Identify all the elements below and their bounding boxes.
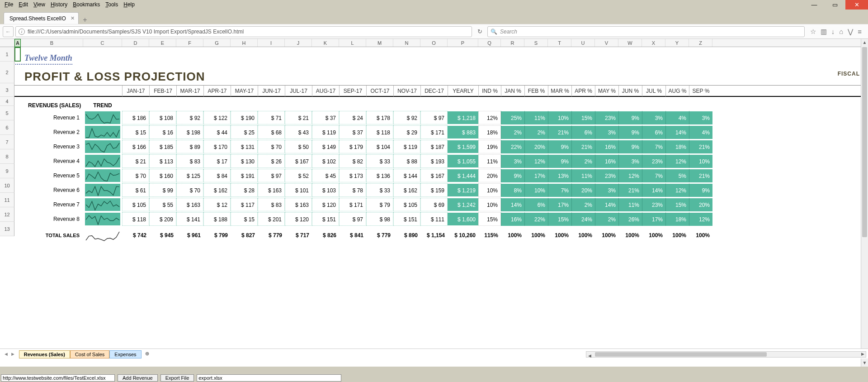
cell[interactable]: $ 97 bbox=[339, 212, 366, 226]
pct-cell[interactable]: 16% bbox=[595, 140, 618, 153]
row-header-7[interactable]: 7 bbox=[0, 135, 14, 149]
pct-cell[interactable]: 10% bbox=[524, 183, 548, 197]
pct-cell[interactable]: 12% bbox=[618, 169, 642, 182]
pct-cell[interactable]: 17% bbox=[524, 169, 548, 182]
menu-history[interactable]: History bbox=[48, 1, 70, 8]
cell[interactable]: $ 163 bbox=[258, 183, 285, 197]
pct-cell[interactable]: 9% bbox=[501, 169, 524, 182]
ind-cell[interactable]: 18% bbox=[478, 125, 501, 139]
pct-cell[interactable]: 3% bbox=[595, 125, 618, 139]
close-button[interactable]: ✕ bbox=[845, 0, 868, 10]
row-header-9[interactable]: 9 bbox=[0, 164, 14, 178]
cell[interactable]: $ 52 bbox=[285, 169, 312, 182]
pct-cell[interactable]: 12% bbox=[665, 154, 689, 168]
cell[interactable]: $ 144 bbox=[393, 169, 420, 182]
cell[interactable]: $ 193 bbox=[420, 154, 448, 168]
pct-cell[interactable]: 23% bbox=[642, 154, 665, 168]
cell[interactable]: $ 33 bbox=[366, 154, 393, 168]
pct-cell[interactable]: 20% bbox=[571, 183, 595, 197]
col-header-V[interactable]: V bbox=[595, 39, 618, 47]
cell[interactable]: $ 167 bbox=[420, 169, 448, 182]
pct-cell[interactable]: 11% bbox=[618, 198, 642, 211]
cell[interactable]: $ 103 bbox=[312, 183, 339, 197]
cell[interactable]: $ 97 bbox=[420, 111, 448, 124]
cell[interactable]: $ 15 bbox=[231, 212, 258, 226]
cell[interactable]: $ 82 bbox=[339, 154, 366, 168]
cell[interactable]: $ 188 bbox=[203, 212, 231, 226]
menu-help[interactable]: Help bbox=[121, 1, 137, 8]
info-icon[interactable]: i bbox=[19, 29, 25, 35]
cell[interactable]: $ 191 bbox=[231, 169, 258, 182]
reload-button[interactable]: ↻ bbox=[474, 28, 486, 35]
cell[interactable]: $ 55 bbox=[149, 198, 176, 211]
cell[interactable]: $ 33 bbox=[366, 183, 393, 197]
cell[interactable]: $ 118 bbox=[122, 212, 149, 226]
cell[interactable]: $ 178 bbox=[366, 111, 393, 124]
cell[interactable]: $ 131 bbox=[231, 140, 258, 153]
cell[interactable]: $ 70 bbox=[122, 169, 149, 182]
pct-cell[interactable]: 21% bbox=[689, 169, 712, 182]
pct-cell[interactable]: 2% bbox=[524, 125, 548, 139]
cell[interactable]: $ 99 bbox=[149, 183, 176, 197]
pct-cell[interactable]: 22% bbox=[524, 212, 548, 226]
minimize-button[interactable]: — bbox=[804, 0, 825, 10]
downloads-icon[interactable]: ↓ bbox=[831, 28, 835, 36]
cell[interactable]: $ 149 bbox=[312, 140, 339, 153]
pct-cell[interactable]: 20% bbox=[689, 198, 712, 211]
cell[interactable]: $ 43 bbox=[285, 125, 312, 139]
cell[interactable]: $ 163 bbox=[285, 198, 312, 211]
col-header-O[interactable]: O bbox=[420, 39, 448, 47]
yearly-cell[interactable]: $ 883 bbox=[448, 125, 478, 139]
row-header-6[interactable]: 6 bbox=[0, 120, 14, 135]
pct-cell[interactable]: 13% bbox=[548, 169, 571, 182]
cell[interactable]: $ 17 bbox=[203, 154, 231, 168]
pct-cell[interactable]: 4% bbox=[689, 125, 712, 139]
grid-content[interactable]: Twelve Month PROFIT & LOSS PROJECTION FI… bbox=[14, 47, 861, 367]
pct-cell[interactable]: 7% bbox=[642, 169, 665, 182]
cell[interactable]: $ 79 bbox=[366, 198, 393, 211]
pct-cell[interactable]: 3% bbox=[642, 111, 665, 124]
pct-cell[interactable]: 3% bbox=[618, 154, 642, 168]
import-path-input[interactable] bbox=[1, 374, 115, 382]
pct-cell[interactable]: 21% bbox=[548, 125, 571, 139]
cell[interactable]: $ 113 bbox=[149, 154, 176, 168]
pct-cell[interactable]: 15% bbox=[665, 198, 689, 211]
cell[interactable]: $ 170 bbox=[203, 140, 231, 153]
pct-cell[interactable]: 12% bbox=[524, 154, 548, 168]
add-revenue-button[interactable]: Add Revenue bbox=[118, 374, 158, 382]
cell[interactable]: $ 120 bbox=[285, 212, 312, 226]
row-header-2[interactable]: 2 bbox=[0, 62, 14, 83]
pct-cell[interactable]: 22% bbox=[501, 140, 524, 153]
ind-cell[interactable]: 15% bbox=[478, 212, 501, 226]
cell[interactable]: $ 209 bbox=[149, 212, 176, 226]
row-header-4[interactable]: 4 bbox=[0, 97, 14, 106]
pct-cell[interactable]: 25% bbox=[501, 111, 524, 124]
search-box[interactable]: 🔍 Search bbox=[487, 26, 805, 37]
pct-cell[interactable]: 3% bbox=[595, 183, 618, 197]
hscroll-right-icon[interactable]: ▶ bbox=[859, 352, 866, 357]
yearly-cell[interactable]: $ 1,600 bbox=[448, 212, 478, 226]
pct-cell[interactable]: 5% bbox=[665, 169, 689, 182]
cell[interactable]: $ 84 bbox=[203, 169, 231, 182]
row-header-1[interactable]: 1 bbox=[0, 47, 14, 62]
ind-cell[interactable]: 19% bbox=[478, 140, 501, 153]
maximize-button[interactable]: ▭ bbox=[825, 0, 845, 10]
cell[interactable]: $ 70 bbox=[176, 183, 203, 197]
yearly-cell[interactable]: $ 1,219 bbox=[448, 183, 478, 197]
cell[interactable]: $ 162 bbox=[203, 183, 231, 197]
cell[interactable]: $ 119 bbox=[393, 140, 420, 153]
cell[interactable]: $ 186 bbox=[122, 111, 149, 124]
cell[interactable]: $ 122 bbox=[203, 111, 231, 124]
col-header-C[interactable]: C bbox=[83, 39, 122, 47]
cell[interactable]: $ 167 bbox=[285, 154, 312, 168]
cell[interactable]: $ 171 bbox=[339, 198, 366, 211]
cell[interactable]: $ 166 bbox=[122, 140, 149, 153]
cell[interactable]: $ 111 bbox=[420, 212, 448, 226]
cell[interactable]: $ 163 bbox=[176, 198, 203, 211]
pct-cell[interactable]: 21% bbox=[618, 183, 642, 197]
pct-cell[interactable]: 3% bbox=[689, 111, 712, 124]
menu-icon[interactable]: ≡ bbox=[858, 28, 862, 36]
selected-column-header[interactable]: A bbox=[14, 39, 21, 47]
cell[interactable]: $ 83 bbox=[176, 154, 203, 168]
cell[interactable]: $ 98 bbox=[366, 212, 393, 226]
